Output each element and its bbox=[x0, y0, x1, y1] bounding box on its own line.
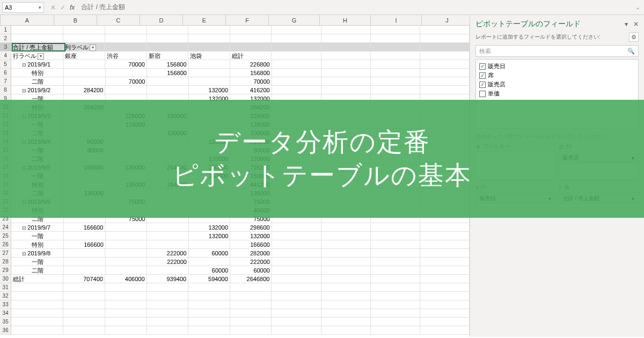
cell[interactable] bbox=[147, 318, 189, 326]
cell[interactable]: 132000 bbox=[230, 232, 272, 240]
row-header[interactable]: 6 bbox=[0, 69, 11, 77]
cell[interactable] bbox=[105, 26, 147, 34]
cell[interactable] bbox=[11, 292, 63, 300]
cell[interactable] bbox=[371, 43, 420, 51]
cell[interactable] bbox=[272, 275, 321, 283]
pane-menu-icon[interactable]: ▾ bbox=[625, 20, 628, 28]
cell[interactable] bbox=[371, 86, 420, 94]
collapse-icon[interactable]: ⊟ bbox=[22, 88, 26, 93]
cell[interactable] bbox=[230, 292, 272, 300]
row-header[interactable]: 7 bbox=[0, 77, 11, 85]
cell[interactable] bbox=[105, 223, 147, 231]
cell[interactable] bbox=[420, 283, 470, 291]
cell[interactable] bbox=[420, 240, 470, 248]
cell[interactable] bbox=[272, 292, 321, 300]
cell[interactable]: 166600 bbox=[230, 240, 272, 248]
cell[interactable]: 707400 bbox=[63, 275, 105, 283]
cell[interactable] bbox=[147, 77, 189, 85]
row-header[interactable]: 24 bbox=[0, 223, 11, 231]
name-box-dropdown-icon[interactable]: ▾ bbox=[39, 5, 41, 10]
row-header[interactable]: 36 bbox=[0, 326, 11, 334]
cell[interactable] bbox=[230, 309, 272, 317]
cell[interactable]: 新宿 bbox=[147, 52, 189, 60]
cell[interactable] bbox=[11, 318, 63, 326]
field-item[interactable]: ✓販売店 bbox=[477, 80, 637, 89]
cell[interactable] bbox=[230, 26, 272, 34]
cell[interactable] bbox=[188, 34, 230, 42]
row-header[interactable]: 34 bbox=[0, 309, 11, 317]
cell[interactable] bbox=[371, 258, 420, 266]
cell[interactable] bbox=[420, 60, 470, 68]
cell[interactable]: ⊟2019/9/7 bbox=[11, 223, 63, 231]
cell[interactable] bbox=[147, 223, 189, 231]
cell[interactable] bbox=[371, 69, 420, 77]
cell[interactable] bbox=[188, 309, 230, 317]
row-header[interactable]: 4 bbox=[0, 52, 11, 60]
cell[interactable] bbox=[420, 69, 470, 77]
cell[interactable] bbox=[188, 43, 230, 51]
cell[interactable] bbox=[371, 240, 420, 248]
cell[interactable] bbox=[64, 77, 106, 85]
cell[interactable] bbox=[230, 43, 272, 51]
cell[interactable] bbox=[147, 309, 189, 317]
cell[interactable] bbox=[321, 309, 371, 317]
row-header[interactable]: 27 bbox=[0, 249, 11, 257]
cell[interactable] bbox=[147, 34, 189, 42]
cell[interactable] bbox=[272, 249, 321, 257]
checkbox-icon[interactable] bbox=[479, 91, 486, 97]
cell[interactable] bbox=[420, 43, 470, 51]
cell[interactable] bbox=[63, 34, 105, 42]
col-header-F[interactable]: F bbox=[226, 15, 269, 25]
cell[interactable]: 284200 bbox=[64, 86, 106, 94]
cell[interactable] bbox=[321, 43, 371, 51]
cell[interactable]: 156800 bbox=[147, 60, 189, 68]
cell[interactable] bbox=[371, 223, 420, 231]
cell[interactable] bbox=[189, 77, 231, 85]
cell[interactable] bbox=[272, 326, 321, 334]
checkbox-icon[interactable]: ✓ bbox=[479, 63, 486, 70]
cell[interactable]: 222000 bbox=[147, 258, 189, 266]
cell[interactable] bbox=[230, 318, 272, 326]
cell[interactable] bbox=[321, 34, 371, 42]
row-header[interactable]: 3 bbox=[0, 43, 11, 51]
cell[interactable] bbox=[147, 266, 189, 274]
cell[interactable] bbox=[420, 326, 470, 334]
cell[interactable] bbox=[189, 60, 231, 68]
cell[interactable] bbox=[189, 69, 231, 77]
cell[interactable] bbox=[321, 232, 371, 240]
cell[interactable] bbox=[272, 266, 321, 274]
col-header-J[interactable]: J bbox=[422, 15, 470, 25]
cell[interactable]: 70000 bbox=[230, 77, 272, 85]
cell[interactable] bbox=[11, 34, 63, 42]
field-search[interactable]: 検索 🔍 bbox=[475, 45, 639, 57]
close-pane-icon[interactable]: ✕ bbox=[633, 20, 639, 28]
cell[interactable]: 60000 bbox=[189, 266, 231, 274]
cell[interactable] bbox=[321, 77, 371, 85]
cell[interactable] bbox=[64, 232, 106, 240]
cell[interactable] bbox=[147, 86, 189, 94]
cell[interactable] bbox=[371, 249, 420, 257]
cell[interactable]: 132000 bbox=[189, 223, 231, 231]
cell[interactable] bbox=[63, 326, 105, 334]
cell[interactable]: 156800 bbox=[147, 69, 189, 77]
cell[interactable] bbox=[420, 77, 470, 85]
cell[interactable]: 特別 bbox=[11, 69, 64, 77]
col-header-H[interactable]: H bbox=[320, 15, 371, 25]
cell[interactable] bbox=[371, 283, 420, 291]
cell[interactable] bbox=[371, 300, 420, 308]
cell[interactable] bbox=[371, 266, 420, 274]
cell[interactable] bbox=[371, 26, 420, 34]
cell[interactable] bbox=[321, 318, 371, 326]
cell[interactable] bbox=[147, 326, 189, 334]
cell[interactable] bbox=[272, 43, 321, 51]
cell[interactable] bbox=[272, 77, 321, 85]
cell[interactable]: 一階 bbox=[11, 232, 64, 240]
cell[interactable] bbox=[63, 300, 105, 308]
cell[interactable] bbox=[420, 86, 470, 94]
row-header[interactable]: 35 bbox=[0, 318, 11, 326]
cell[interactable]: 列ラベル▾ bbox=[63, 43, 105, 51]
cell[interactable]: 406000 bbox=[105, 275, 147, 283]
row-header[interactable]: 31 bbox=[0, 283, 11, 291]
cell[interactable] bbox=[105, 249, 147, 257]
cell[interactable] bbox=[11, 326, 63, 334]
